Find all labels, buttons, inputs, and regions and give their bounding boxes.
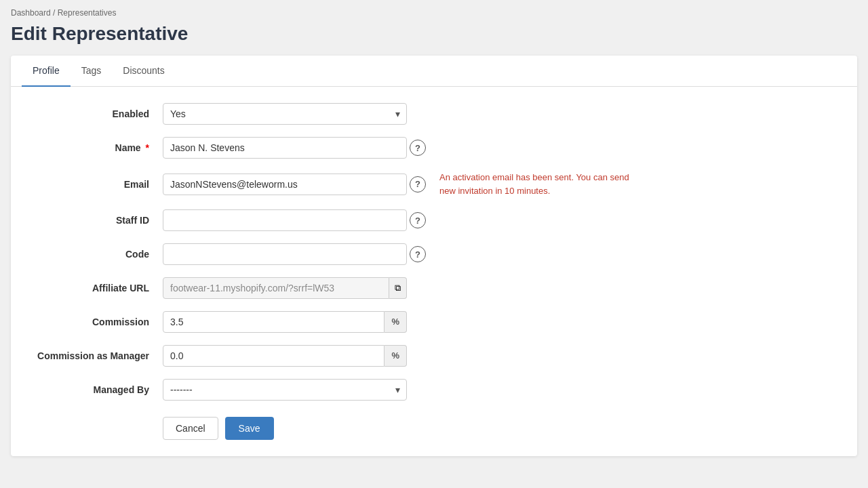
commission-manager-input[interactable] bbox=[163, 345, 384, 367]
commission-manager-label: Commission as Manager bbox=[27, 350, 163, 361]
staff-id-input-group: ? bbox=[163, 209, 426, 231]
enabled-label: Enabled bbox=[27, 108, 163, 119]
code-help-button[interactable]: ? bbox=[410, 246, 426, 262]
tab-discounts[interactable]: Discounts bbox=[112, 56, 175, 87]
code-input-group: ? bbox=[163, 243, 426, 265]
affiliate-url-row: Affiliate URL ⧉ bbox=[27, 277, 841, 299]
code-label: Code bbox=[27, 249, 163, 260]
email-notification: An activation email has been sent. You c… bbox=[439, 171, 643, 197]
code-row: Code ? bbox=[27, 243, 841, 265]
affiliate-url-input-group: ⧉ bbox=[163, 277, 407, 299]
name-input[interactable] bbox=[163, 137, 407, 159]
commission-with-suffix: % bbox=[163, 311, 407, 333]
code-input[interactable] bbox=[163, 243, 407, 265]
form-area: Enabled Yes No Name * ? bbox=[11, 87, 857, 456]
name-required-indicator: * bbox=[143, 142, 149, 153]
copy-icon: ⧉ bbox=[395, 283, 401, 293]
managed-by-row: Managed By ------- bbox=[27, 379, 841, 401]
cancel-button[interactable]: Cancel bbox=[163, 417, 218, 440]
save-button[interactable]: Save bbox=[225, 417, 274, 440]
staff-id-help-button[interactable]: ? bbox=[410, 212, 426, 228]
enabled-row: Enabled Yes No bbox=[27, 103, 841, 125]
breadcrumb: Dashboard / Representatives bbox=[11, 8, 857, 18]
email-row: Email ? An activation email has been sen… bbox=[27, 171, 841, 197]
email-input[interactable] bbox=[163, 174, 407, 195]
managed-by-select[interactable]: ------- bbox=[163, 379, 407, 401]
main-card: Profile Tags Discounts Enabled Yes No Na… bbox=[11, 56, 857, 456]
name-input-group: ? bbox=[163, 137, 426, 159]
staff-id-row: Staff ID ? bbox=[27, 209, 841, 231]
commission-label: Commission bbox=[27, 317, 163, 327]
commission-manager-row: Commission as Manager % bbox=[27, 345, 841, 367]
commission-input-group: % bbox=[163, 311, 407, 333]
page-title: Edit Representative bbox=[11, 23, 857, 45]
staff-id-label: Staff ID bbox=[27, 215, 163, 226]
form-actions: Cancel Save bbox=[27, 417, 841, 440]
managed-by-label: Managed By bbox=[27, 384, 163, 395]
affiliate-url-label: Affiliate URL bbox=[27, 283, 163, 293]
affiliate-url-with-copy: ⧉ bbox=[163, 277, 407, 299]
affiliate-url-input[interactable] bbox=[163, 277, 389, 299]
commission-manager-input-group: % bbox=[163, 345, 407, 367]
name-label: Name * bbox=[27, 142, 163, 153]
copy-affiliate-url-button[interactable]: ⧉ bbox=[389, 277, 407, 299]
commission-manager-with-suffix: % bbox=[163, 345, 407, 367]
email-help-button[interactable]: ? bbox=[410, 176, 426, 192]
email-label: Email bbox=[27, 179, 163, 190]
page-wrapper: Dashboard / Representatives Edit Represe… bbox=[0, 0, 868, 488]
commission-suffix: % bbox=[384, 311, 407, 333]
staff-id-input[interactable] bbox=[163, 209, 407, 231]
commission-input[interactable] bbox=[163, 311, 384, 333]
enabled-select[interactable]: Yes No bbox=[163, 103, 407, 125]
commission-manager-suffix: % bbox=[384, 345, 407, 367]
tabs-container: Profile Tags Discounts bbox=[11, 56, 857, 87]
tab-profile[interactable]: Profile bbox=[22, 56, 71, 87]
name-row: Name * ? bbox=[27, 137, 841, 159]
tab-tags[interactable]: Tags bbox=[71, 56, 113, 87]
managed-by-select-wrapper[interactable]: ------- bbox=[163, 379, 407, 401]
email-input-group: ? bbox=[163, 174, 426, 195]
commission-row: Commission % bbox=[27, 311, 841, 333]
name-help-button[interactable]: ? bbox=[410, 140, 426, 156]
enabled-select-wrapper[interactable]: Yes No bbox=[163, 103, 407, 125]
